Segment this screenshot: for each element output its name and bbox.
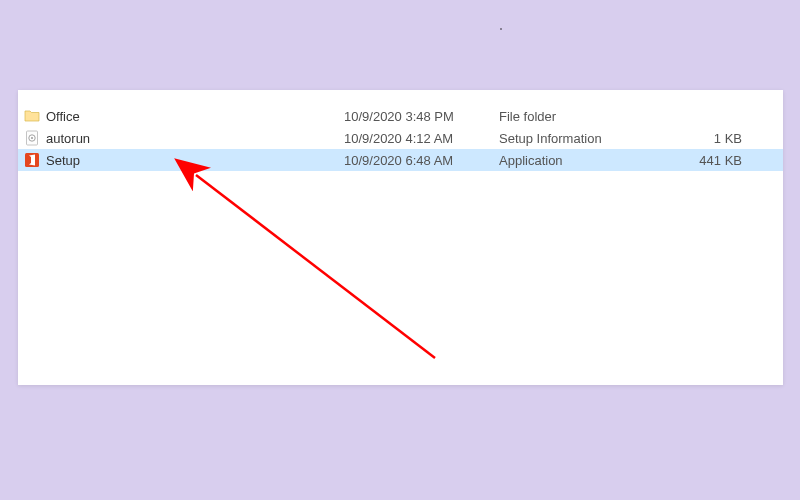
folder-icon [24, 108, 40, 124]
file-type: File folder [499, 109, 659, 124]
file-explorer-panel: Office10/9/2020 3:48 PMFile folderautoru… [18, 90, 783, 385]
file-type: Setup Information [499, 131, 659, 146]
office-icon [24, 152, 40, 168]
file-name: autorun [46, 131, 90, 146]
file-size: 441 KB [659, 153, 754, 168]
file-row-autorun[interactable]: autorun10/9/2020 4:12 AMSetup Informatio… [18, 127, 783, 149]
inf-icon [24, 130, 40, 146]
file-date: 10/9/2020 6:48 AM [344, 153, 499, 168]
decorative-dot [500, 28, 502, 30]
svg-point-2 [31, 137, 33, 139]
file-row-office[interactable]: Office10/9/2020 3:48 PMFile folder [18, 105, 783, 127]
file-date: 10/9/2020 3:48 PM [344, 109, 499, 124]
file-name: Setup [46, 153, 80, 168]
file-date: 10/9/2020 4:12 AM [344, 131, 499, 146]
file-type: Application [499, 153, 659, 168]
file-name: Office [46, 109, 80, 124]
file-row-setup[interactable]: Setup10/9/2020 6:48 AMApplication441 KB [18, 149, 783, 171]
file-list: Office10/9/2020 3:48 PMFile folderautoru… [18, 90, 783, 171]
file-size: 1 KB [659, 131, 754, 146]
